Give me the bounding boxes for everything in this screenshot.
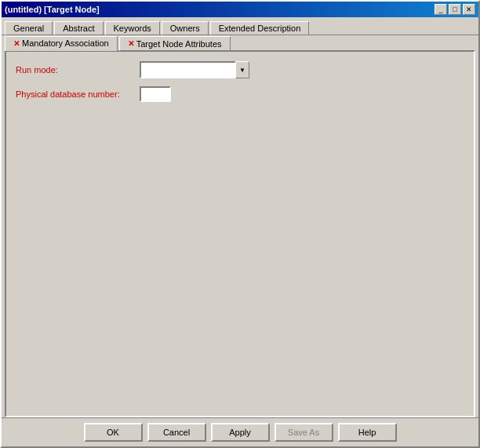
tab-mandatory-association[interactable]: ✕ Mandatory Association (5, 36, 118, 51)
tab-row-1: General Abstract Keywords Owners Extende… (2, 17, 478, 35)
tab-extended-description[interactable]: Extended Description (210, 21, 310, 35)
physical-db-row: Physical database number: (16, 86, 464, 102)
physical-db-input[interactable] (140, 86, 171, 102)
close-button[interactable]: ✕ (463, 4, 475, 15)
title-bar-buttons: _ □ ✕ (435, 4, 475, 15)
run-mode-row: Run mode: ▼ (16, 61, 464, 78)
tab-owners[interactable]: Owners (162, 21, 209, 35)
tab-abstract[interactable]: Abstract (54, 21, 103, 35)
run-mode-label: Run mode: (16, 65, 133, 75)
tab-general[interactable]: General (5, 21, 53, 35)
help-button[interactable]: Help (338, 423, 397, 442)
minimize-button[interactable]: _ (435, 4, 447, 15)
maximize-button[interactable]: □ (449, 4, 461, 15)
error-icon-target: ✕ (128, 39, 134, 48)
ok-button[interactable]: OK (84, 423, 143, 442)
button-bar: OK Cancel Apply Save As Help (2, 417, 478, 446)
run-mode-wrapper: ▼ (140, 61, 249, 78)
tab-keywords[interactable]: Keywords (105, 21, 160, 35)
title-bar: (untitled) [Target Node] _ □ ✕ (2, 2, 478, 17)
physical-db-label: Physical database number: (16, 89, 133, 99)
run-mode-select[interactable] (140, 61, 249, 78)
apply-button[interactable]: Apply (211, 423, 270, 442)
tab-target-node-attributes[interactable]: ✕ Target Node Attributes (119, 36, 231, 51)
main-window: (untitled) [Target Node] _ □ ✕ General A… (0, 0, 480, 448)
content-area: Run mode: ▼ Physical database number: (5, 50, 475, 417)
tab-row-2: ✕ Mandatory Association ✕ Target Node At… (2, 35, 478, 50)
window-title: (untitled) [Target Node] (5, 5, 100, 14)
error-icon-mandatory: ✕ (13, 39, 20, 48)
save-as-button[interactable]: Save As (275, 423, 333, 442)
cancel-button[interactable]: Cancel (147, 423, 206, 442)
